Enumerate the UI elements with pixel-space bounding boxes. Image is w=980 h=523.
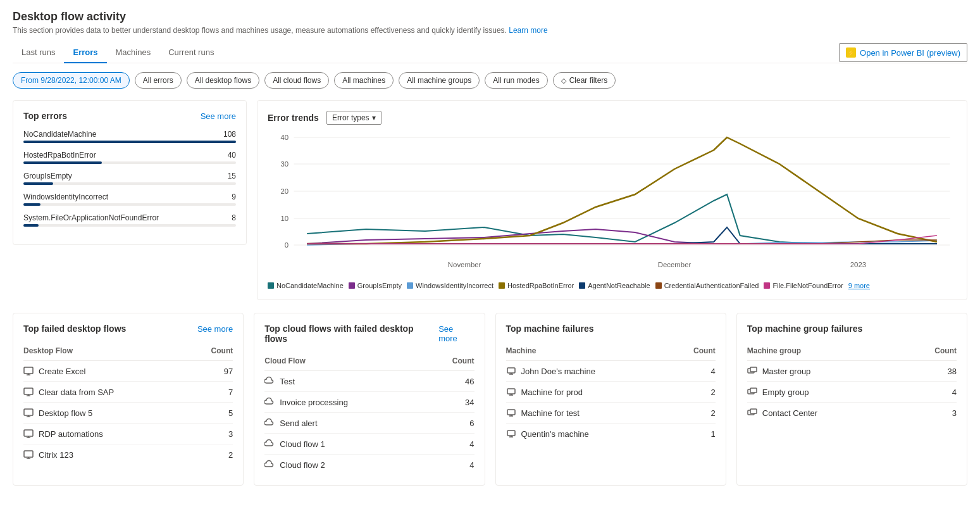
- table-row: Machine for prod 2: [506, 382, 716, 403]
- error-types-dropdown[interactable]: Error types ▾: [326, 111, 381, 125]
- filter-cloud-flows[interactable]: All cloud flows: [264, 72, 329, 89]
- error-items-container: NoCandidateMachine 108 HostedRpaBotInErr…: [23, 130, 236, 227]
- error-trends-chart: 40 30 20 10 0 November December 2023: [268, 131, 957, 277]
- tab-last-runs[interactable]: Last runs: [13, 42, 64, 63]
- cloud-flows-rows: Test 46 Invoice processing 34 Send alert…: [264, 371, 474, 475]
- svg-text:November: November: [448, 261, 481, 268]
- top-errors-title: Top errors: [23, 111, 67, 121]
- legend-item-nocandidatemachine: NoCandidateMachine: [268, 282, 344, 289]
- top-machine-failures-card: Top machine failures Machine Count John …: [495, 313, 726, 486]
- top-errors-see-more[interactable]: See more: [201, 111, 236, 121]
- table-row: RDP automations 3: [23, 424, 233, 444]
- filter-machines[interactable]: All machines: [334, 72, 394, 89]
- top-errors-card: Top errors See more NoCandidateMachine 1…: [13, 100, 247, 245]
- svg-rect-34: [507, 410, 515, 415]
- chart-legend: NoCandidateMachine GroupIsEmpty WindowsI…: [268, 282, 957, 289]
- svg-text:40: 40: [281, 134, 289, 141]
- error-item: GroupIsEmpty 15: [23, 172, 236, 185]
- top-failed-desktop-flows-title: Top failed desktop flows: [23, 324, 126, 334]
- filter-run-modes[interactable]: All run modes: [485, 72, 547, 89]
- desktop-flows-table: Desktop Flow Count Create Excel 97 Clear…: [23, 343, 233, 465]
- table-row: Test 46: [264, 371, 474, 392]
- filter-date[interactable]: From 9/28/2022, 12:00:00 AM: [13, 72, 130, 89]
- svg-rect-31: [507, 389, 515, 394]
- page-title: Desktop flow activity: [13, 10, 967, 23]
- table-row: Empty group 4: [747, 382, 957, 403]
- svg-rect-13: [24, 367, 33, 374]
- desktop-flows-rows: Create Excel 97 Clear data from SAP 7 De…: [23, 361, 233, 465]
- svg-rect-37: [507, 431, 515, 436]
- table-row: Invoice processing 34: [264, 392, 474, 413]
- top-cloud-flows-card: Top cloud flows with failed desktop flow…: [254, 313, 485, 486]
- svg-rect-25: [24, 451, 33, 457]
- error-item: HostedRpaBotInError 40: [23, 151, 236, 164]
- filter-desktop-flows[interactable]: All desktop flows: [187, 72, 259, 89]
- svg-text:December: December: [658, 261, 692, 268]
- machine-group-failures-table: Machine group Count Master group 38 Empt…: [747, 343, 957, 423]
- tab-errors[interactable]: Errors: [64, 42, 106, 63]
- table-row: Master group 38: [747, 361, 957, 382]
- table-row: John Doe's machine 4: [506, 361, 716, 382]
- table-row: Citrix 123 2: [23, 444, 233, 465]
- machine-failures-rows: John Doe's machine 4 Machine for prod 2 …: [506, 361, 716, 444]
- top-cloud-flows-title: Top cloud flows with failed desktop flow…: [264, 324, 438, 344]
- power-bi-icon: ⚡: [846, 47, 856, 58]
- filter-errors[interactable]: All errors: [135, 72, 182, 89]
- svg-rect-43: [750, 388, 757, 393]
- tab-current-runs[interactable]: Current runs: [159, 42, 223, 63]
- machine-failures-table: Machine Count John Doe's machine 4 Machi…: [506, 343, 716, 444]
- table-row: Create Excel 97: [23, 361, 233, 382]
- cloud-flows-table: Cloud Flow Count Test 46 Invoice process…: [264, 353, 474, 475]
- table-row: Cloud flow 2 4: [264, 455, 474, 475]
- top-machine-group-failures-card: Top machine group failures Machine group…: [736, 313, 967, 486]
- table-row: Machine for test 2: [506, 403, 716, 424]
- svg-rect-45: [750, 409, 757, 413]
- legend-item-windowsidentityincorrect: WindowsIdentityIncorrect: [407, 282, 493, 289]
- svg-rect-28: [507, 368, 515, 373]
- table-row: Clear data from SAP 7: [23, 382, 233, 403]
- svg-rect-19: [24, 409, 33, 415]
- top-cloud-flows-see-more[interactable]: See more: [438, 324, 474, 343]
- error-item: NoCandidateMachine 108: [23, 130, 236, 143]
- error-item: System.FileOrApplicationNotFoundError 8: [23, 213, 236, 227]
- filters-bar: From 9/28/2022, 12:00:00 AM All errors A…: [13, 72, 967, 89]
- top-machine-failures-title: Top machine failures: [506, 324, 594, 334]
- svg-rect-41: [750, 367, 757, 372]
- top-failed-desktop-flows-see-more[interactable]: See more: [197, 324, 233, 334]
- legend-item-groupisempty: GroupIsEmpty: [349, 282, 402, 289]
- legend-item-hostedrpabotinerror: HostedRpaBotInError: [499, 282, 574, 289]
- chevron-down-icon: ▾: [372, 113, 376, 122]
- error-trends-title: Error trends: [268, 113, 319, 123]
- svg-text:10: 10: [281, 215, 289, 222]
- clear-filters-icon: ◇: [561, 77, 566, 85]
- svg-text:30: 30: [281, 160, 289, 168]
- table-row: Desktop flow 5 5: [23, 403, 233, 424]
- error-trends-card: Error trends Error types ▾: [257, 100, 967, 300]
- filter-machine-groups[interactable]: All machine groups: [399, 72, 480, 89]
- svg-text:0: 0: [285, 241, 288, 249]
- svg-rect-16: [24, 388, 33, 394]
- legend-more-link[interactable]: 9 more: [848, 282, 870, 289]
- legend-item-filenotfounderror: File.FileNotFoundError: [764, 282, 843, 289]
- clear-filters-button[interactable]: ◇ Clear filters: [553, 72, 616, 89]
- svg-text:2023: 2023: [850, 261, 866, 268]
- table-row: Send alert 6: [264, 413, 474, 434]
- tabs-bar: Last runs Errors Machines Current runs ⚡…: [13, 42, 967, 63]
- page-subtitle: This section provides data to better und…: [13, 26, 967, 35]
- learn-more-link[interactable]: Learn more: [509, 26, 547, 35]
- table-row: Quentin's machine 1: [506, 424, 716, 444]
- table-row: Cloud flow 1 4: [264, 434, 474, 455]
- svg-text:20: 20: [281, 187, 289, 195]
- svg-rect-22: [24, 430, 33, 436]
- top-failed-desktop-flows-card: Top failed desktop flows See more Deskto…: [13, 313, 244, 486]
- table-row: Contact Center 3: [747, 403, 957, 423]
- bottom-section: Top failed desktop flows See more Deskto…: [13, 313, 967, 486]
- top-machine-group-failures-title: Top machine group failures: [747, 324, 863, 334]
- power-bi-button[interactable]: ⚡ Open in Power BI (preview): [839, 43, 967, 62]
- legend-item-agentnotreachable: AgentNotReachable: [579, 282, 650, 289]
- machine-group-failures-rows: Master group 38 Empty group 4 Contact Ce…: [747, 361, 957, 423]
- chart-area: 40 30 20 10 0 November December 2023: [268, 131, 957, 277]
- legend-item-credentialauthfailed: CredentialAuthenticationFailed: [655, 282, 759, 289]
- error-item: WindowsIdentityIncorrect 9: [23, 192, 236, 206]
- tab-machines[interactable]: Machines: [107, 42, 160, 63]
